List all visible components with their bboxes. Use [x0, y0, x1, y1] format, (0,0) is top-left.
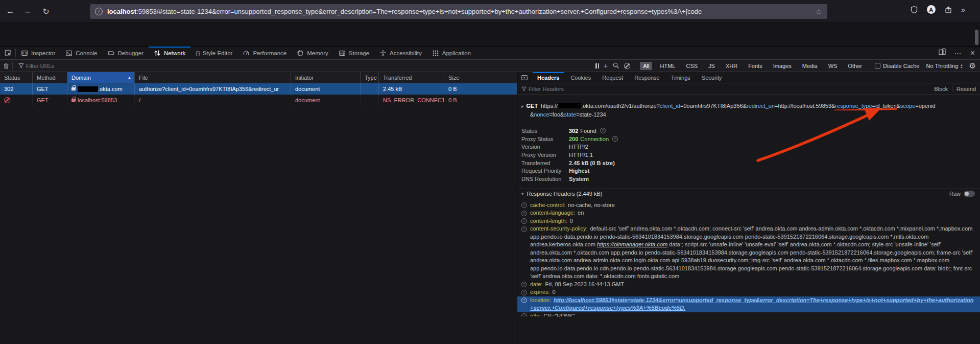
page-scrollbar[interactable] — [975, 30, 978, 45]
filter-chip-js[interactable]: JS — [705, 62, 718, 70]
tab-accessibility[interactable]: Accessibility — [374, 47, 427, 59]
header-cache-control[interactable]: ? cache-control:no-cache, no-store — [521, 201, 976, 210]
help-icon[interactable]: ? — [521, 282, 527, 287]
expand-icon[interactable]: ▸ — [521, 104, 524, 109]
help-icon[interactable]: ? — [521, 218, 527, 224]
collapse-icon[interactable]: ▾ — [521, 191, 524, 196]
column-header-size[interactable]: Size — [444, 72, 517, 83]
pick-element-icon[interactable] — [0, 47, 15, 59]
header-expires[interactable]: ? expires:0 — [521, 288, 976, 296]
tab-network[interactable]: Network — [149, 47, 190, 59]
network-toolbar: + All HTML CSS JS XHR Fonts Images Media… — [0, 60, 980, 72]
column-header-type[interactable]: Type — [361, 72, 379, 83]
header-content-length[interactable]: ? content-length:0 — [521, 217, 976, 225]
tab-application[interactable]: Application — [427, 47, 476, 59]
filter-chip-images[interactable]: Images — [770, 62, 795, 70]
checkbox-icon — [875, 63, 880, 68]
details-toggle-icon[interactable] — [520, 72, 529, 83]
table-row-localhost[interactable]: GET localhost:59853 / document NS_ERROR_… — [0, 95, 517, 106]
overflow-chevrons-icon[interactable]: » — [961, 5, 965, 14]
forward-icon[interactable]: → — [21, 5, 34, 17]
help-icon[interactable]: ? — [600, 128, 606, 133]
filter-chip-other[interactable]: Other — [845, 62, 865, 70]
tab-response[interactable]: Response — [629, 72, 665, 83]
resend-button[interactable]: Resend — [957, 86, 976, 92]
tab-storage[interactable]: Storage — [333, 47, 374, 59]
block-button[interactable]: Block — [934, 86, 948, 92]
bookmark-star-icon[interactable]: ☆ — [816, 7, 822, 16]
table-row-okta-authorize[interactable]: 302 GET .okta.com authorize?client_id=0o… — [0, 83, 517, 95]
url-bar[interactable]: i localhost:59853/#state=state-1234&erro… — [90, 4, 827, 19]
filter-chip-css[interactable]: CSS — [683, 62, 701, 70]
pause-icon[interactable] — [595, 63, 599, 68]
column-header-file[interactable]: File — [135, 72, 291, 83]
tab-timings[interactable]: Timings — [665, 72, 696, 83]
share-icon[interactable] — [944, 6, 952, 14]
column-header-initiator[interactable]: Initiator — [291, 72, 361, 83]
annotated-response-type-param: response_type=id_token — [835, 103, 896, 109]
help-icon[interactable]: ? — [521, 290, 527, 295]
help-icon[interactable]: ? — [612, 136, 618, 142]
tab-console[interactable]: Console — [60, 47, 102, 59]
column-header-status[interactable]: Status — [0, 72, 33, 83]
filter-chip-media[interactable]: Media — [799, 62, 821, 70]
tab-request[interactable]: Request — [596, 72, 629, 83]
tab-debugger[interactable]: Debugger — [103, 47, 149, 59]
url-text[interactable]: localhost:59853/#state=state-1234&error=… — [107, 8, 811, 15]
tab-memory[interactable]: Memory — [292, 47, 333, 59]
back-icon[interactable]: ← — [4, 5, 16, 17]
tab-inspector[interactable]: Inspector — [16, 47, 60, 59]
column-header-transferred[interactable]: Transferred — [379, 72, 444, 83]
extension-badge-icon[interactable]: A — [927, 5, 936, 14]
filter-chip-ws[interactable]: WS — [825, 62, 841, 70]
filter-urls-input[interactable] — [26, 63, 241, 69]
add-request-icon[interactable]: + — [604, 62, 608, 70]
help-icon[interactable]: ? — [521, 297, 527, 303]
filter-chip-xhr[interactable]: XHR — [723, 62, 740, 70]
column-header-method[interactable]: Method — [33, 72, 67, 83]
disable-cache-checkbox[interactable]: Disable Cache — [875, 63, 920, 69]
header-content-language[interactable]: ? content-language:en — [521, 209, 976, 217]
browser-toolbar: ← → ↻ i localhost:59853/#state=state-123… — [0, 0, 980, 22]
tab-headers[interactable]: Headers — [532, 72, 565, 83]
raw-toggle[interactable] — [964, 191, 975, 197]
filter-headers-input[interactable] — [529, 86, 934, 92]
summary-proxy-status: Proxy Status 200Connection? — [521, 135, 980, 143]
header-location[interactable]: ? location:http://localhost:59853#state=… — [517, 296, 980, 312]
tab-performance[interactable]: Performance — [237, 47, 292, 59]
blocked-icon — [4, 97, 10, 103]
filter-chip-all[interactable]: All — [640, 62, 652, 70]
tab-style-editor[interactable]: { } Style Editor — [190, 47, 237, 59]
search-icon[interactable] — [612, 62, 619, 70]
help-icon[interactable]: ? — [521, 313, 527, 316]
filter-chip-html[interactable]: HTML — [657, 62, 678, 70]
summary-transferred: Transferred2.45 kB (0 B size) — [521, 159, 980, 167]
help-icon[interactable]: ? — [521, 211, 527, 216]
console-icon — [65, 50, 73, 57]
header-content-security-policy[interactable]: ? content-security-policy:default-src 's… — [521, 225, 976, 281]
cell-domain: localhost:59853 — [67, 95, 135, 106]
reload-icon[interactable]: ↻ — [40, 5, 52, 17]
gear-icon[interactable]: ⚙ — [969, 61, 976, 71]
trash-icon[interactable] — [0, 62, 12, 70]
throttling-select[interactable]: No Throttling ▴▾ — [924, 62, 965, 70]
oinmanager-link[interactable]: https://oinmanager.okta.com — [597, 241, 667, 247]
info-icon[interactable]: i — [95, 8, 103, 15]
help-icon[interactable]: ? — [521, 202, 527, 208]
header-date[interactable]: ? date:Fri, 08 Sep 2023 16:44:13 GMT — [521, 281, 976, 289]
tab-security[interactable]: Security — [696, 72, 728, 83]
column-header-domain[interactable]: Domain▲ — [67, 72, 135, 83]
location-link[interactable]: http://localhost:59853#state=state-1234&… — [530, 297, 973, 311]
response-headers-section[interactable]: ▾ Response Headers (2.449 kB) Raw — [517, 188, 980, 199]
meatball-menu-icon[interactable]: ⋯ — [954, 49, 962, 57]
help-icon[interactable]: ? — [521, 226, 527, 232]
header-p3p-partial[interactable]: ? p3p:CP="HONK" — [521, 312, 976, 316]
responsive-design-icon[interactable] — [938, 48, 946, 58]
tab-cookies[interactable]: Cookies — [565, 72, 596, 83]
shield-icon[interactable] — [910, 6, 918, 14]
close-icon[interactable]: × — [970, 49, 975, 58]
inspector-icon — [21, 50, 28, 57]
filter-chip-fonts[interactable]: Fonts — [745, 62, 766, 70]
request-url-line1[interactable]: ▸GEThttps://.okta.com/oauth2/v1/authoriz… — [521, 102, 976, 110]
block-requests-icon[interactable] — [624, 63, 630, 69]
